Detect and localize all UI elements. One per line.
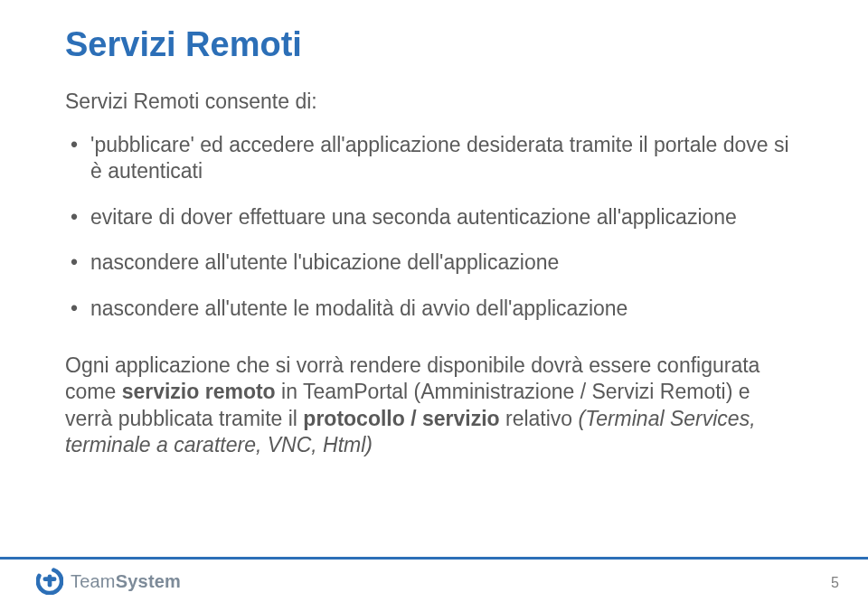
brand-logo: TeamSystem (36, 568, 181, 595)
brand-name: TeamSystem (71, 571, 181, 592)
slide-title: Servizi Remoti (65, 25, 803, 64)
list-item: nascondere all'utente l'ubicazione dell'… (65, 249, 803, 276)
brand-name-part2: System (116, 571, 181, 591)
bullet-list: 'pubblicare' ed accedere all'applicazion… (65, 132, 803, 322)
slide: Servizi Remoti Servizi Remoti consente d… (0, 0, 868, 602)
list-item: evitare di dover effettuare una seconda … (65, 204, 803, 230)
list-item: 'pubblicare' ed accedere all'applicazion… (65, 132, 803, 184)
brand-name-part1: Team (71, 571, 116, 591)
teamsystem-logo-icon (36, 568, 63, 595)
lead-text: Servizi Remoti consente di: (65, 89, 803, 114)
svg-rect-2 (43, 577, 57, 581)
para-text: relativo (500, 407, 579, 430)
summary-paragraph: Ogni applicazione che si vorrà rendere d… (65, 353, 803, 459)
para-bold: servizio remoto (122, 380, 276, 403)
list-item: nascondere all'utente le modalità di avv… (65, 296, 803, 322)
page-number: 5 (831, 575, 839, 591)
footer-bar: TeamSystem 5 (0, 557, 868, 602)
para-bold: protocollo / servizio (303, 407, 499, 430)
